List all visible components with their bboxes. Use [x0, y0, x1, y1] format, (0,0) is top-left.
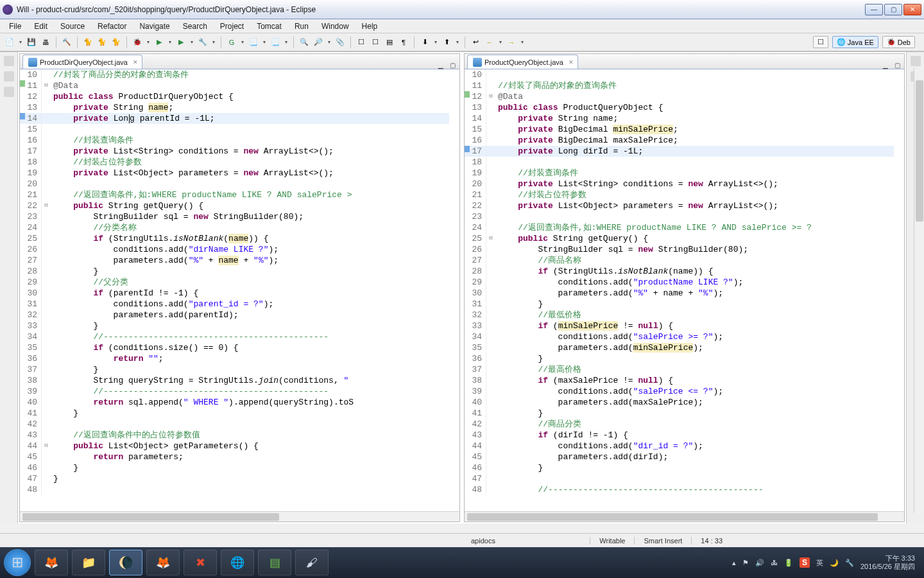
- code-line[interactable]: 11//封装了商品的对象的查询条件: [465, 80, 894, 91]
- ext-tools-icon[interactable]: 🔧: [197, 37, 209, 48]
- code-line[interactable]: 17 private Long dirId = -1L;: [465, 146, 894, 157]
- dropdown-icon[interactable]: ▾: [240, 39, 245, 45]
- menu-window[interactable]: Window: [315, 22, 355, 31]
- tray-flag-icon[interactable]: ⚑: [742, 559, 749, 567]
- code-line[interactable]: 25⊟ public String getQuery() {: [465, 233, 894, 244]
- run-icon[interactable]: ▶: [153, 37, 165, 48]
- new-icon[interactable]: 📄: [4, 37, 15, 48]
- task-browser-icon[interactable]: 🌐: [221, 550, 254, 575]
- tomcat-stop-icon[interactable]: 🐈: [96, 37, 108, 48]
- code-line[interactable]: 16 //封装查询条件: [20, 135, 449, 146]
- code-line[interactable]: 35 if (conditions.size() == 0) {: [20, 342, 449, 353]
- tomcat-start-icon[interactable]: 🐈: [82, 37, 94, 48]
- code-line[interactable]: 47: [465, 473, 894, 484]
- code-line[interactable]: 34 //-----------------------------------…: [20, 331, 449, 342]
- code-line[interactable]: 38 if (maxSalePrice != null) {: [465, 375, 894, 386]
- code-line[interactable]: 30 if (parentId != -1) {: [20, 288, 449, 299]
- menu-run[interactable]: Run: [288, 22, 315, 31]
- code-line[interactable]: 41 }: [465, 408, 894, 419]
- tray-lang[interactable]: 英: [816, 558, 823, 568]
- package-explorer-icon[interactable]: [4, 56, 14, 66]
- code-line[interactable]: 44 conditions.add("dir_id = ?");: [465, 441, 894, 451]
- dropdown-icon[interactable]: ▾: [327, 39, 332, 45]
- code-line[interactable]: 45 return parameters;: [20, 451, 449, 462]
- task-paint-icon[interactable]: 🖌: [295, 550, 329, 575]
- new-class-icon[interactable]: G: [226, 37, 237, 48]
- code-line[interactable]: 21 //返回查询条件,如:WHERE productName LIKE ? A…: [20, 189, 449, 200]
- dropdown-icon[interactable]: ▾: [284, 39, 289, 45]
- code-line[interactable]: 27 parameters.add("%" + name + "%");: [20, 255, 449, 266]
- horizontal-scrollbar[interactable]: [20, 511, 459, 521]
- horizontal-scrollbar[interactable]: [465, 511, 904, 521]
- code-line[interactable]: 10: [465, 69, 894, 80]
- code-line[interactable]: 41 }: [20, 408, 449, 419]
- code-line[interactable]: 32 //最低价格: [465, 310, 894, 320]
- menu-navigate[interactable]: Navigate: [133, 22, 176, 31]
- code-line[interactable]: 40 return sql.append(" WHERE ").append(q…: [20, 397, 449, 408]
- code-line[interactable]: 20 private List<String> conditions = new…: [465, 179, 894, 189]
- code-line[interactable]: 24 //返回查询条件,如:WHERE productName LIKE ? A…: [465, 222, 894, 233]
- new-server-icon[interactable]: 📃: [270, 37, 281, 48]
- tray-ime-sogou[interactable]: S: [800, 557, 810, 568]
- debug-icon[interactable]: 🐞: [132, 37, 143, 48]
- tomcat-restart-icon[interactable]: 🐈: [110, 37, 122, 48]
- code-line[interactable]: 43 //返回查询条件中的占位符参数值: [20, 430, 449, 441]
- code-line[interactable]: 44⊟ public List<Object> getParameters() …: [20, 441, 449, 451]
- tray-tool-icon[interactable]: 🔧: [845, 559, 854, 567]
- code-line[interactable]: 20: [20, 179, 449, 189]
- menu-tomcat[interactable]: Tomcat: [250, 22, 288, 31]
- minimize-view-icon[interactable]: ▁: [438, 62, 443, 69]
- code-area-right[interactable]: 1011//封装了商品的对象的查询条件12⊟@Data13public clas…: [465, 69, 904, 511]
- code-line[interactable]: 23 StringBuilder sql = new StringBuilder…: [20, 211, 449, 222]
- code-line[interactable]: 26 StringBuilder sql = new StringBuilder…: [465, 244, 894, 255]
- close-icon[interactable]: ✕: [569, 59, 574, 66]
- code-line[interactable]: 36 return "";: [20, 353, 449, 364]
- dropdown-icon[interactable]: ▾: [167, 39, 173, 45]
- dropdown-icon[interactable]: ▾: [189, 39, 194, 45]
- dropdown-icon[interactable]: ▾: [18, 39, 23, 45]
- code-line[interactable]: 31 conditions.add("parent_id = ?");: [20, 299, 449, 310]
- code-line[interactable]: 42: [20, 419, 449, 430]
- menu-refactor[interactable]: Refactor: [91, 22, 133, 31]
- tray-arrow-icon[interactable]: ▴: [732, 559, 736, 567]
- code-line[interactable]: 38 String queryString = StringUtils.join…: [20, 375, 449, 386]
- code-area-left[interactable]: 10//封装了商品分类的对象的查询条件11⊟@Data12public clas…: [20, 69, 459, 511]
- menu-source[interactable]: Source: [54, 22, 91, 31]
- code-line[interactable]: 25 if (StringUtils.isNotBlank(name)) {: [20, 233, 449, 244]
- code-line[interactable]: 18 //封装占位符参数: [20, 157, 449, 168]
- block-select-icon[interactable]: ▤: [384, 37, 395, 48]
- tray-network-icon[interactable]: 🖧: [771, 559, 778, 566]
- maximize-button[interactable]: ▢: [884, 4, 902, 15]
- fold-toggle[interactable]: ⊟: [42, 80, 51, 91]
- code-line[interactable]: 45 parameters.add(dirId);: [465, 451, 894, 462]
- last-edit-icon[interactable]: ↩: [470, 37, 481, 48]
- code-line[interactable]: 28 }: [20, 266, 449, 277]
- task-xmind-icon[interactable]: ✖: [184, 550, 217, 575]
- code-line[interactable]: 46 }: [465, 462, 894, 473]
- task-wps-icon[interactable]: ▤: [258, 550, 291, 575]
- code-line[interactable]: 31 }: [465, 299, 894, 310]
- next-annotation-icon[interactable]: ⬇: [419, 37, 431, 48]
- perspective-debug[interactable]: 🐞 Deb: [882, 36, 915, 48]
- vertical-scrollbar[interactable]: [914, 67, 924, 513]
- task-firefox-icon[interactable]: 🦊: [35, 550, 68, 575]
- fold-toggle[interactable]: ⊟: [42, 441, 51, 451]
- open-type-icon[interactable]: 🔍: [298, 37, 310, 48]
- code-line[interactable]: 15 private BigDecimal minSalePrice;: [465, 124, 894, 135]
- code-line[interactable]: 33 }: [20, 320, 449, 331]
- outline-icon[interactable]: [911, 56, 921, 66]
- build-icon[interactable]: 🔨: [61, 37, 73, 48]
- tray-moon-icon[interactable]: 🌙: [830, 559, 839, 567]
- code-line[interactable]: 26 conditions.add("dirName LIKE ?");: [20, 244, 449, 255]
- open-perspective-button[interactable]: ☐: [813, 36, 828, 48]
- code-line[interactable]: 36 }: [465, 353, 894, 364]
- save-all-icon[interactable]: 🖶: [40, 37, 51, 48]
- dropdown-icon[interactable]: ▾: [498, 39, 503, 45]
- run-last-icon[interactable]: ▶: [175, 37, 187, 48]
- show-whitespace-icon[interactable]: ¶: [398, 37, 409, 48]
- dropdown-icon[interactable]: ▾: [433, 39, 438, 45]
- code-line[interactable]: 39 conditions.add("salePrice <= ?");: [465, 386, 894, 397]
- maximize-view-icon[interactable]: ▢: [450, 62, 456, 69]
- code-line[interactable]: 21 //封装占位符参数: [465, 189, 894, 200]
- dropdown-icon[interactable]: ▾: [146, 39, 151, 45]
